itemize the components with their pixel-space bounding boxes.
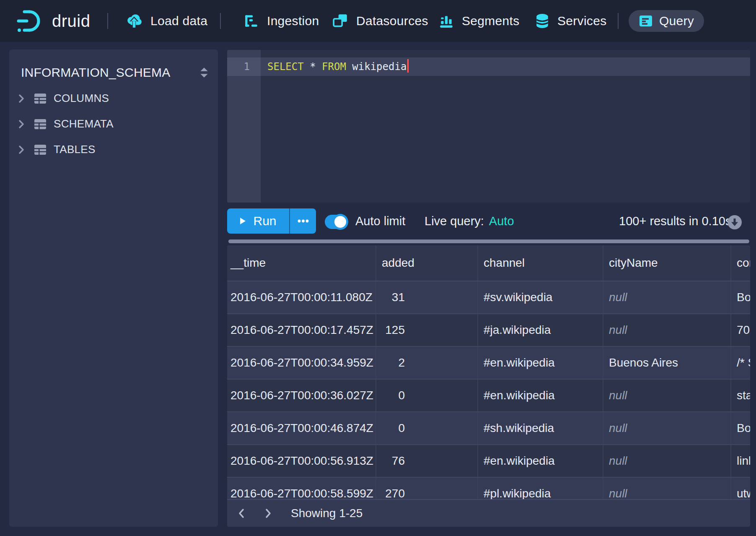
nav-item-load-data[interactable]: Load data — [126, 0, 207, 42]
line-number: 1 — [227, 57, 261, 76]
datasources-icon — [332, 13, 348, 29]
nav-item-segments[interactable]: Segments — [439, 0, 519, 42]
nav-divider — [618, 13, 619, 29]
table-cell[interactable]: null — [603, 281, 731, 313]
nav-item-query[interactable]: Query — [629, 10, 704, 32]
brand[interactable]: druid — [17, 0, 90, 42]
nav-divider — [107, 13, 108, 29]
table-cell[interactable]: #en.wikipedia — [478, 347, 603, 379]
pagination-bar: Showing 1-25 — [227, 499, 750, 527]
table-cell[interactable]: 2016-06-27T00:00:36.027Z — [227, 380, 376, 411]
query-console-icon — [639, 15, 653, 27]
table-cell[interactable]: null — [603, 380, 731, 411]
column-header-comment[interactable]: comment — [731, 245, 750, 281]
table-cell[interactable]: 31 — [376, 281, 478, 313]
segments-icon — [439, 14, 454, 28]
sql-editor[interactable]: 1 SELECT * FROM wikipedia — [227, 50, 750, 203]
text-cursor — [407, 59, 409, 73]
table-row: 2016-06-27T00:00:34.959Z2#en.wikipediaBu… — [227, 347, 750, 380]
run-button[interactable]: Run — [227, 208, 289, 234]
table-cell[interactable]: null — [603, 445, 731, 477]
table-cell[interactable]: #ja.wikipedia — [478, 314, 603, 346]
table-cell[interactable]: stat — [731, 380, 750, 411]
table-cell[interactable]: 2016-06-27T00:00:56.913Z — [227, 445, 376, 477]
nav-item-datasources[interactable]: Datasources — [332, 0, 428, 42]
column-header-cityname[interactable]: cityName — [603, 245, 731, 281]
table-cell[interactable]: 125 — [376, 314, 478, 346]
table-cell[interactable]: 2016-06-27T00:00:11.080Z — [227, 281, 376, 313]
upload-cloud-icon — [126, 13, 142, 29]
schema-tree: COLUMNS SCHEMATA — [9, 86, 218, 162]
table-row: 2016-06-27T00:00:17.457Z125#ja.wikipedia… — [227, 314, 750, 347]
run-split-button: Run — [227, 208, 316, 234]
column-header-channel[interactable]: channel — [478, 245, 603, 281]
table-grid-icon — [34, 144, 47, 155]
chevron-right-icon — [18, 145, 25, 154]
live-query-label: Live query: — [425, 214, 484, 228]
tree-item-columns[interactable]: COLUMNS — [9, 86, 218, 111]
results-table: __timeaddedchannelcityNamecomment 2016-0… — [227, 245, 750, 527]
download-results-button[interactable] — [728, 215, 742, 229]
column-header-time[interactable]: __time — [227, 245, 376, 281]
horizontal-scrollbar[interactable] — [228, 239, 749, 243]
tree-item-label: SCHEMATA — [54, 117, 114, 130]
play-icon — [240, 217, 246, 225]
sql-keyword: FROM — [322, 61, 346, 73]
database-icon — [535, 13, 549, 29]
table-cell[interactable]: 2 — [376, 347, 478, 379]
table-cell[interactable]: null — [603, 314, 731, 346]
prev-page-button[interactable] — [233, 505, 250, 522]
live-query-value: Auto — [489, 214, 514, 228]
tree-item-tables[interactable]: TABLES — [9, 137, 218, 162]
auto-limit-switch[interactable] — [325, 215, 347, 229]
table-cell[interactable]: link — [731, 445, 750, 477]
sql-text[interactable]: SELECT * FROM wikipedia — [267, 57, 409, 76]
table-cell[interactable]: Bot: — [731, 281, 750, 313]
table-cell[interactable]: #sv.wikipedia — [478, 281, 603, 313]
pagination-label: Showing 1-25 — [291, 507, 362, 520]
nav-item-services[interactable]: Services — [535, 0, 606, 42]
result-summary: 100+ results in 0.10s — [619, 208, 731, 234]
run-more-button[interactable] — [289, 208, 316, 234]
table-cell[interactable]: #en.wikipedia — [478, 380, 603, 411]
nav-label: Segments — [462, 14, 519, 28]
table-grid-icon — [34, 93, 47, 104]
table-cell[interactable]: /* S — [731, 347, 750, 379]
table-cell[interactable]: 2016-06-27T00:00:34.959Z — [227, 347, 376, 379]
tree-item-schemata[interactable]: SCHEMATA — [9, 111, 218, 137]
ingestion-icon — [244, 14, 259, 28]
auto-limit-label: Auto limit — [355, 208, 405, 234]
table-cell[interactable]: 2016-06-27T00:00:46.874Z — [227, 412, 376, 444]
schema-selector[interactable]: INFORMATION_SCHEMA — [21, 60, 209, 86]
nav-item-ingestion[interactable]: Ingestion — [244, 0, 319, 42]
nav-label: Ingestion — [267, 14, 319, 28]
live-query-control[interactable]: Live query: Auto — [425, 208, 514, 234]
table-cell[interactable]: #en.wikipedia — [478, 445, 603, 477]
table-grid-icon — [34, 119, 47, 130]
switch-knob — [334, 216, 346, 228]
chevron-right-icon — [18, 94, 25, 103]
table-cell[interactable]: null — [603, 412, 731, 444]
table-cell[interactable]: Buenos Aires — [603, 347, 731, 379]
navbar: druid Load data — [0, 0, 756, 42]
run-button-label: Run — [253, 214, 276, 228]
table-header-row: __timeaddedchannelcityNamecomment — [227, 245, 750, 281]
table-cell[interactable]: 76 — [376, 445, 478, 477]
tree-item-label: TABLES — [54, 143, 96, 156]
table-cell[interactable]: Bot: — [731, 412, 750, 444]
table-cell[interactable]: 0 — [376, 412, 478, 444]
table-cell[interactable]: 2016-06-27T00:00:17.457Z — [227, 314, 376, 346]
table-cell[interactable]: #sh.wikipedia — [478, 412, 603, 444]
table-row: 2016-06-27T00:00:36.027Z0#en.wikipedianu… — [227, 380, 750, 412]
more-dots-icon — [298, 219, 309, 223]
druid-logo-icon — [17, 9, 45, 33]
nav-label: Services — [557, 14, 606, 28]
nav-label: Load data — [150, 14, 207, 28]
table-cell[interactable]: 70.9 — [731, 314, 750, 346]
schema-sidebar: INFORMATION_SCHEMA — [9, 49, 218, 527]
next-page-button[interactable] — [260, 505, 277, 522]
column-header-added[interactable]: added — [376, 245, 478, 281]
table-row: 2016-06-27T00:00:11.080Z31#sv.wikipedian… — [227, 281, 750, 314]
table-cell[interactable]: 0 — [376, 380, 478, 411]
nav-divider — [220, 13, 221, 29]
